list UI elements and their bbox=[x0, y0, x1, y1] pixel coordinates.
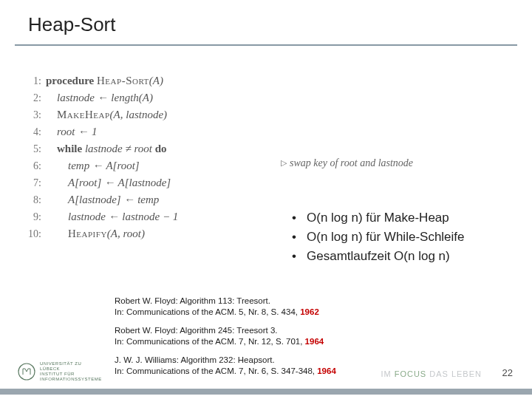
pseudocode-line: 10: Heapify(A, root) bbox=[22, 225, 178, 242]
pseudocode-line: 6: temp ← A[root] bbox=[22, 157, 178, 174]
logo-line1: UNIVERSITÄT ZU LÜBECK bbox=[40, 361, 102, 372]
reference-item: Robert W. Floyd: Algorithm 245: Treesort… bbox=[115, 325, 336, 347]
list-item: •O(n log n) für While-Schleife bbox=[292, 228, 465, 247]
list-item: •Gesamtlaufzeit O(n log n) bbox=[292, 247, 465, 266]
pseudocode-line: 4: root ← 1 bbox=[22, 123, 178, 140]
pseudocode-comment: ▷swap key of root and lastnode bbox=[281, 157, 413, 169]
title-divider bbox=[15, 44, 517, 46]
pseudocode-line: 5: while lastnode ≠ root do bbox=[22, 140, 178, 157]
pseudocode-line: 9: lastnode ← lastnode − 1 bbox=[22, 208, 178, 225]
page-title: Heap-Sort bbox=[28, 13, 116, 36]
pseudocode-line: 2: lastnode ← length(A) bbox=[22, 89, 178, 106]
logo-line2: INSTITUT FÜR INFORMATIONSSYSTEME bbox=[40, 372, 102, 382]
university-logo: UNIVERSITÄT ZU LÜBECK INSTITUT FÜR INFOR… bbox=[18, 361, 99, 383]
page-number: 22 bbox=[502, 367, 513, 378]
footer-bar bbox=[0, 389, 532, 395]
reference-item: J. W. J. Williams: Algorithm 232: Heapso… bbox=[115, 355, 336, 377]
pseudocode-line: 3: MakeHeap(A, lastnode) bbox=[22, 106, 178, 123]
complexity-list: •O(n log n) für Make-Heap•O(n log n) für… bbox=[292, 208, 465, 266]
references: Robert W. Floyd: Algorithm 113: Treesort… bbox=[115, 296, 336, 384]
pseudocode-line: 7: A[root] ← A[lastnode] bbox=[22, 174, 178, 191]
reference-item: Robert W. Floyd: Algorithm 113: Treesort… bbox=[115, 296, 336, 318]
pseudocode-line: 8: A[lastnode] ← temp bbox=[22, 191, 178, 208]
pseudocode-line: 1:procedure Heap-Sort(A) bbox=[22, 72, 178, 89]
pseudocode-block: 1:procedure Heap-Sort(A)2: lastnode ← le… bbox=[22, 72, 178, 242]
footer-tagline: IM FOCUS DAS LEBEN bbox=[381, 369, 482, 378]
triangle-icon: ▷ bbox=[281, 158, 287, 168]
seal-icon bbox=[18, 363, 35, 381]
list-item: •O(n log n) für Make-Heap bbox=[292, 208, 465, 228]
